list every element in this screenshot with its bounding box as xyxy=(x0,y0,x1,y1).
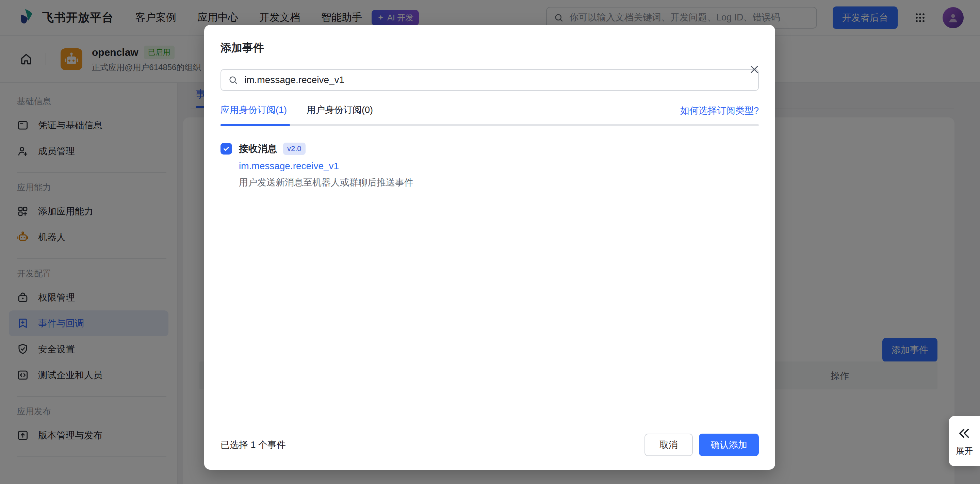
event-description: 用户发送新消息至机器人或群聊后推送事件 xyxy=(239,176,414,189)
modal-footer: 已选择 1 个事件 取消 确认添加 xyxy=(221,434,759,456)
tab-app-subscription[interactable]: 应用身份订阅(1) xyxy=(221,104,287,116)
subscription-help-link[interactable]: 如何选择订阅类型? xyxy=(680,105,759,117)
event-code-link[interactable]: im.message.receive_v1 xyxy=(239,161,414,172)
selected-count-text: 已选择 1 个事件 xyxy=(221,439,286,451)
search-icon xyxy=(228,75,238,85)
modal-search-input[interactable] xyxy=(243,74,751,86)
event-checkbox-checked[interactable] xyxy=(221,143,232,154)
screen: 飞书开放平台 客户案例 应用中心 开发文档 智能助手 AI 开发 开发者后台 xyxy=(0,0,980,484)
active-tab-indicator xyxy=(221,124,290,126)
subscription-tabbar: 应用身份订阅(1) 用户身份订阅(0) 如何选择订阅类型? xyxy=(221,104,759,126)
add-event-modal: 添加事件 应用身份订阅(1) 用户身份订阅(0) 如何选择订阅类型? xyxy=(204,25,775,470)
cancel-button[interactable]: 取消 xyxy=(644,434,693,456)
event-name: 接收消息 xyxy=(239,142,277,155)
confirm-add-button[interactable]: 确认添加 xyxy=(699,434,759,456)
modal-search-box[interactable] xyxy=(221,69,759,91)
event-info: 接收消息 v2.0 im.message.receive_v1 用户发送新消息至… xyxy=(239,142,414,189)
event-version-tag: v2.0 xyxy=(283,143,305,155)
modal-title: 添加事件 xyxy=(221,25,759,56)
tab-track xyxy=(221,124,759,126)
double-chevron-left-icon xyxy=(957,426,972,441)
check-icon xyxy=(222,145,231,153)
event-list-item: 接收消息 v2.0 im.message.receive_v1 用户发送新消息至… xyxy=(221,142,759,189)
expand-label: 展开 xyxy=(956,445,973,457)
expand-panel-button[interactable]: 展开 xyxy=(949,416,980,466)
close-icon[interactable] xyxy=(748,63,761,76)
tab-user-subscription[interactable]: 用户身份订阅(0) xyxy=(307,104,373,116)
